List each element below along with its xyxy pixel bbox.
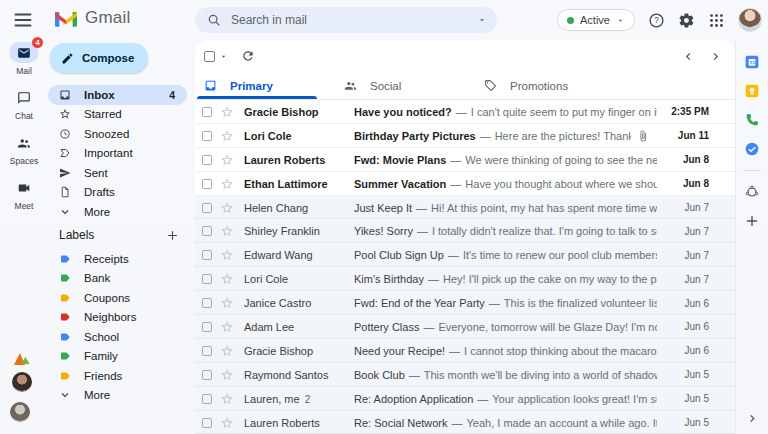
rail-item-mail[interactable]: 4Mail: [9, 42, 39, 76]
row-checkbox[interactable]: [202, 250, 212, 260]
label-item-receipts[interactable]: Receipts: [48, 249, 187, 269]
sidebar-item-drafts[interactable]: Drafts: [48, 183, 187, 203]
sidebar-item-important[interactable]: Important: [48, 144, 187, 164]
voice-app-icon[interactable]: [744, 112, 760, 128]
star-icon[interactable]: [220, 105, 234, 119]
row-checkbox[interactable]: [202, 274, 212, 284]
star-icon[interactable]: [220, 177, 234, 191]
newer-page-chevron-icon[interactable]: [683, 51, 694, 62]
account-avatar[interactable]: [738, 8, 762, 32]
keep-app-icon[interactable]: [744, 83, 760, 99]
star-icon[interactable]: [220, 416, 234, 430]
email-row[interactable]: Gracie BishopNeed your Recipe!—I cannot …: [195, 339, 735, 363]
email-row[interactable]: Shirley FranklinYikes! Sorry—I totally d…: [195, 219, 735, 243]
label-item-coupons[interactable]: Coupons: [48, 288, 187, 308]
star-icon[interactable]: [220, 368, 234, 382]
refresh-icon[interactable]: [241, 49, 255, 63]
row-checkbox[interactable]: [202, 203, 212, 213]
row-checkbox[interactable]: [202, 155, 212, 165]
select-caret-icon[interactable]: [219, 52, 228, 61]
star-icon[interactable]: [220, 344, 234, 358]
row-checkbox[interactable]: [202, 179, 212, 189]
star-icon[interactable]: [220, 320, 234, 334]
rail-item-meet[interactable]: Meet: [9, 177, 39, 211]
email-row[interactable]: Lauren, me2Re: Adoption Application—Your…: [195, 387, 735, 411]
email-date: Jun 6: [667, 298, 709, 309]
tab-social[interactable]: Social: [335, 72, 475, 99]
email-row[interactable]: Lori ColeKim's Birthday—Hey! I'll pick u…: [195, 267, 735, 291]
older-page-chevron-icon[interactable]: [710, 51, 721, 62]
sidebar-item-sent[interactable]: Sent: [48, 163, 187, 183]
email-row[interactable]: Adam LeePottery Class—Everyone, tomorrow…: [195, 315, 735, 339]
email-row[interactable]: Lauren RobertsFwd: Movie Plans—We were t…: [195, 148, 735, 172]
status-selector[interactable]: Active: [557, 9, 635, 31]
search-bar[interactable]: [195, 7, 497, 33]
google-apps-grid-icon[interactable]: [708, 12, 725, 29]
create-label-plus-icon[interactable]: [166, 229, 179, 242]
settings-gear-icon[interactable]: [678, 12, 695, 29]
star-icon[interactable]: [220, 392, 234, 406]
label-item-bank[interactable]: Bank: [48, 269, 187, 289]
email-subject: Summer Vacation: [354, 178, 446, 190]
email-row[interactable]: Helen ChangJust Keep It—Hi! At this poin…: [195, 196, 735, 220]
label-item-family[interactable]: Family: [48, 347, 187, 367]
sidebar-item-count: 4: [169, 89, 175, 101]
sidebar-item-starred[interactable]: Starred: [48, 105, 187, 125]
email-subject-snippet: Fwd: End of the Year Party—This is the f…: [354, 297, 657, 309]
row-checkbox[interactable]: [202, 322, 212, 332]
tasks-app-icon[interactable]: [744, 141, 760, 157]
topbar-actions: Active ?: [557, 0, 762, 40]
email-row[interactable]: Raymond SantosBook Club—This month we'll…: [195, 363, 735, 387]
sidebar-item-more[interactable]: More: [48, 202, 187, 222]
tab-primary[interactable]: Primary: [195, 72, 335, 99]
email-sender: Lori Cole: [244, 273, 354, 285]
email-row[interactable]: Ethan LattimoreSummer Vacation—Have you …: [195, 172, 735, 196]
label-item-neighbors[interactable]: Neighbors: [48, 308, 187, 328]
panel-expand-chevron-icon[interactable]: [747, 413, 758, 424]
email-sender: Raymond Santos: [244, 369, 354, 381]
tab-primary-icon: [204, 79, 217, 92]
email-row[interactable]: Gracie BishopHave you noticed?—I can't q…: [195, 100, 735, 124]
rail-item-chat[interactable]: Chat: [9, 87, 39, 121]
email-snippet: Yeah, I made an account a while ago. It'…: [467, 417, 657, 429]
row-checkbox[interactable]: [202, 107, 212, 117]
star-icon[interactable]: [220, 272, 234, 286]
email-snippet: I can't quite seem to put my finger on i…: [471, 106, 657, 118]
addon-icon[interactable]: [744, 184, 760, 200]
star-icon[interactable]: [220, 224, 234, 238]
star-icon[interactable]: [220, 248, 234, 262]
sidebar-item-inbox[interactable]: Inbox4: [48, 85, 187, 105]
label-item-friends[interactable]: Friends: [48, 366, 187, 386]
compose-button[interactable]: Compose: [50, 43, 148, 73]
get-addons-plus-icon[interactable]: [744, 213, 760, 229]
row-checkbox[interactable]: [202, 226, 212, 236]
row-checkbox[interactable]: [202, 418, 212, 428]
email-date: Jun 6: [667, 345, 709, 356]
search-options-caret-icon[interactable]: [477, 15, 487, 25]
email-row[interactable]: Janice CastroFwd: End of the Year Party—…: [195, 291, 735, 315]
sidebar-item-snoozed[interactable]: Snoozed: [48, 124, 187, 144]
star-icon[interactable]: [220, 153, 234, 167]
row-checkbox[interactable]: [202, 346, 212, 356]
row-checkbox[interactable]: [202, 394, 212, 404]
email-sender: Shirley Franklin: [244, 225, 354, 237]
tab-promotions[interactable]: Promotions: [475, 72, 615, 99]
calendar-app-icon[interactable]: [744, 54, 760, 70]
select-all-checkbox[interactable]: [204, 51, 215, 62]
search-input[interactable]: [231, 13, 477, 27]
email-row[interactable]: Lori ColeBirthday Party Pictures—Here ar…: [195, 124, 735, 148]
email-date: Jun 5: [667, 393, 709, 404]
row-checkbox[interactable]: [202, 370, 212, 380]
email-row[interactable]: Lauren RobertsRe: Social Network—Yeah, I…: [195, 411, 735, 434]
row-checkbox[interactable]: [202, 298, 212, 308]
label-item-school[interactable]: School: [48, 327, 187, 347]
row-checkbox[interactable]: [202, 131, 212, 141]
hamburger-menu-icon[interactable]: [12, 9, 34, 31]
email-row[interactable]: Edward WangPool Club Sign Up—It's time t…: [195, 243, 735, 267]
help-icon[interactable]: ?: [648, 12, 665, 29]
star-icon[interactable]: [220, 129, 234, 143]
rail-item-spaces[interactable]: Spaces: [9, 132, 39, 166]
star-icon[interactable]: [220, 296, 234, 310]
star-icon[interactable]: [220, 201, 234, 215]
labels-more[interactable]: More: [48, 386, 187, 406]
